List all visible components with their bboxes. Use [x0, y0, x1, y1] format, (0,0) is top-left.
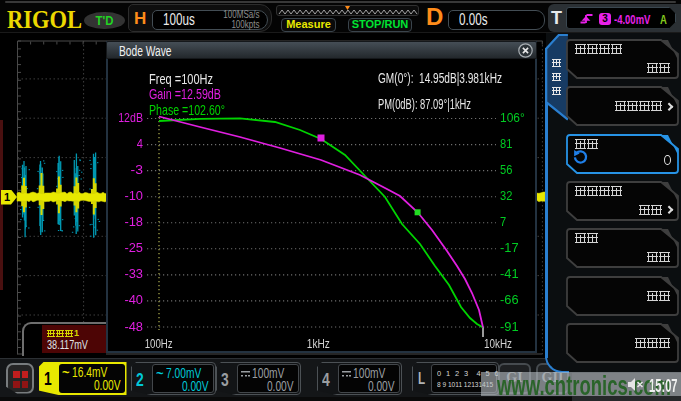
svg-text:-66: -66: [500, 293, 519, 307]
svg-text:-41: -41: [500, 267, 519, 281]
svg-text:-40: -40: [124, 293, 143, 307]
svg-text:Phase =102.60°: Phase =102.60°: [149, 101, 225, 118]
svg-text:106°: 106°: [500, 111, 525, 125]
svg-text:1kHz: 1kHz: [307, 337, 330, 351]
svg-text:-48: -48: [124, 320, 143, 334]
svg-text:7: 7: [500, 215, 506, 229]
svg-text:12dB: 12dB: [118, 111, 143, 125]
svg-text:-17: -17: [500, 241, 519, 255]
svg-text:-3: -3: [131, 163, 144, 177]
svg-text:GM(0°): 14.95dB|3.981kHz: GM(0°): 14.95dB|3.981kHz: [378, 69, 502, 86]
svg-text:-25: -25: [124, 241, 143, 255]
svg-text:56: 56: [500, 163, 513, 177]
svg-text:4: 4: [137, 137, 143, 151]
svg-text:32: 32: [500, 189, 513, 203]
svg-text:81: 81: [500, 137, 513, 151]
svg-text:-33: -33: [124, 267, 143, 281]
svg-text:PM(0dB): 87.09°|1kHz: PM(0dB): 87.09°|1kHz: [378, 95, 471, 112]
svg-text:100Hz: 100Hz: [145, 337, 173, 351]
svg-text:-91: -91: [500, 320, 519, 334]
svg-text:-18: -18: [124, 215, 143, 229]
svg-text:10kHz: 10kHz: [484, 337, 512, 351]
svg-text:-10: -10: [124, 189, 143, 203]
